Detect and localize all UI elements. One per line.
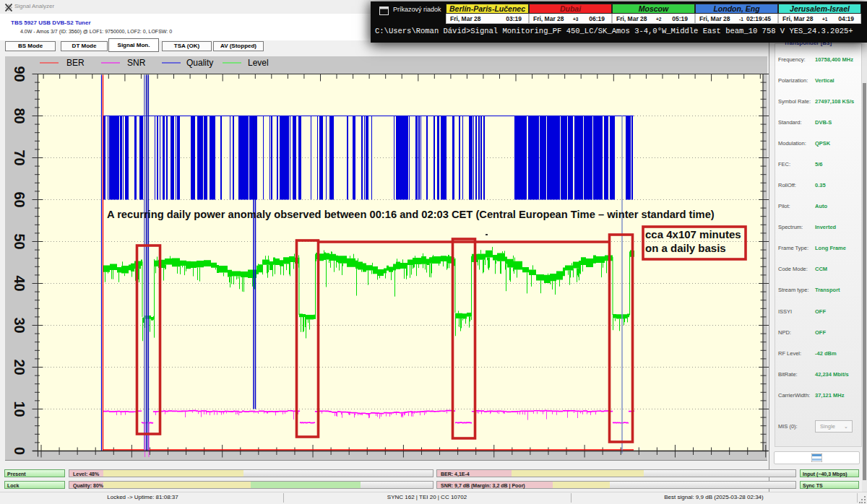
svg-text:60: 60: [12, 191, 27, 207]
svg-text:cca 4x107 minutes: cca 4x107 minutes: [645, 228, 741, 240]
svg-text:70: 70: [12, 149, 27, 165]
svg-text:20: 20: [12, 359, 27, 375]
svg-text:A recurring daily power anomal: A recurring daily power anomaly observed…: [107, 209, 715, 220]
svg-text:90: 90: [12, 66, 27, 82]
svg-text:on a daily basis: on a daily basis: [645, 242, 726, 254]
svg-text:40: 40: [12, 275, 27, 291]
svg-text:30: 30: [12, 317, 27, 333]
svg-text:10: 10: [12, 401, 27, 417]
svg-text:80: 80: [12, 108, 27, 123]
svg-text:50: 50: [12, 233, 27, 249]
svg-text:0: 0: [12, 447, 27, 455]
